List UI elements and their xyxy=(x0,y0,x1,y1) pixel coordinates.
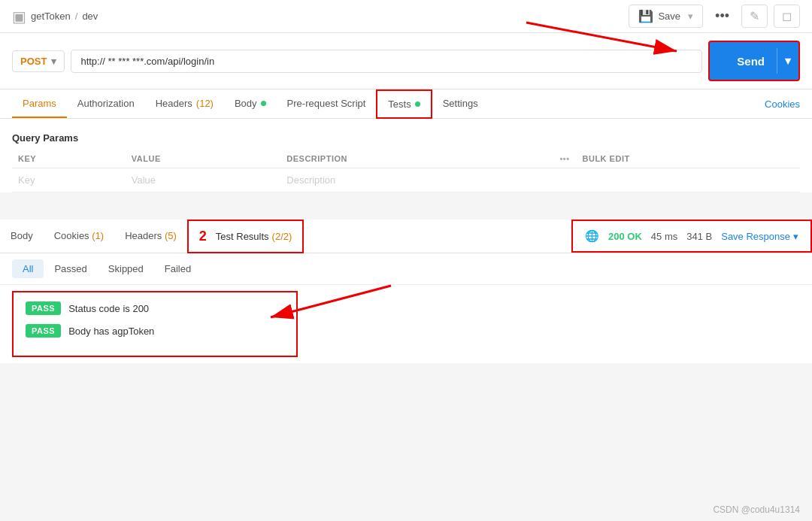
tab-cookies[interactable]: Cookies xyxy=(765,91,800,117)
more-options-button[interactable]: ••• xyxy=(709,5,735,28)
header-actions: 💾 Save ▾ ••• ✎ ◻ xyxy=(629,5,800,28)
body-dot xyxy=(261,101,266,106)
tests-dot xyxy=(415,101,420,107)
section-divider xyxy=(0,192,812,204)
url-input[interactable] xyxy=(71,50,702,73)
save-response-dropdown-icon: ▾ xyxy=(793,231,798,242)
tab-body[interactable]: Body xyxy=(224,90,277,118)
query-params-title: Query Params xyxy=(12,126,800,150)
send-button[interactable]: Send ▾ xyxy=(708,41,800,81)
app-header: ▣ getToken / dev 💾 Save ▾ ••• ✎ ◻ xyxy=(0,0,812,33)
test-item-1: PASS Status code is 200 xyxy=(26,301,284,315)
bottom-tabs-section: Body Cookies (1) Headers (5) 2 Test Resu… xyxy=(0,220,304,253)
breadcrumb: ▣ getToken / dev xyxy=(12,8,98,26)
response-time: 45 ms xyxy=(651,231,677,242)
breadcrumb-sep: / xyxy=(75,11,78,22)
test-results-box: PASS Status code is 200 PASS Body has ag… xyxy=(12,291,298,357)
send-label: Send xyxy=(725,49,777,74)
status-ok: 200 OK xyxy=(608,231,642,242)
bottom-tab-body[interactable]: Body xyxy=(0,223,44,250)
pass-badge-1: PASS xyxy=(26,301,61,315)
col-bulk-edit-header[interactable]: Bulk Edit xyxy=(577,150,800,168)
comment-button[interactable]: ◻ xyxy=(774,5,800,28)
response-size: 341 B xyxy=(686,231,712,242)
test-item-text-1: Status code is 200 xyxy=(68,303,149,314)
bottom-tab-headers[interactable]: Headers (5) xyxy=(114,223,187,250)
description-cell[interactable]: Description xyxy=(280,168,553,192)
bottom-tab-test-results[interactable]: 2 Test Results (2/2) xyxy=(187,220,304,253)
bottom-section: Body Cookies (1) Headers (5) 2 Test Resu… xyxy=(0,220,812,363)
tab-tests[interactable]: Tests xyxy=(376,89,432,119)
test-item-2: PASS Body has agpToken xyxy=(26,324,284,338)
annotation-2-label: 2 xyxy=(199,229,213,244)
tab-headers[interactable]: Headers (12) xyxy=(145,90,224,118)
save-button[interactable]: 💾 Save ▾ xyxy=(629,5,703,28)
save-response-button[interactable]: Save Response ▾ xyxy=(721,231,798,242)
filter-tab-skipped[interactable]: Skipped xyxy=(98,259,154,278)
tab-authorization[interactable]: Authorization xyxy=(67,90,145,118)
save-dropdown-icon[interactable]: ▾ xyxy=(688,11,693,22)
col-description-header: DESCRIPTION xyxy=(280,150,553,168)
table-row: Key Value Description xyxy=(12,168,800,192)
method-select[interactable]: POST ▾ xyxy=(12,50,65,72)
save-icon: 💾 xyxy=(638,9,653,23)
method-dropdown-icon: ▾ xyxy=(51,56,56,67)
test-results-list: PASS Status code is 200 PASS Body has ag… xyxy=(14,292,296,356)
send-wrapper: Send ▾ 1 xyxy=(708,41,800,81)
filter-tabs: All Passed Skipped Failed xyxy=(0,253,812,285)
globe-icon: 🌐 xyxy=(585,229,599,243)
tab-settings[interactable]: Settings xyxy=(432,90,489,118)
bottom-combined-bar: Body Cookies (1) Headers (5) 2 Test Resu… xyxy=(0,220,812,253)
filter-tab-failed[interactable]: Failed xyxy=(154,259,201,278)
request-bar: POST ▾ Send ▾ 1 xyxy=(0,33,812,89)
request-tabs-bar: Params Authorization Headers (12) Body P… xyxy=(0,89,812,119)
right-status-section: 🌐 200 OK 45 ms 341 B Save Response ▾ xyxy=(571,220,812,253)
params-table: KEY VALUE DESCRIPTION ••• Bulk Edit Key … xyxy=(12,150,800,192)
pass-badge-2: PASS xyxy=(26,324,61,338)
col-more-header: ••• xyxy=(554,150,577,168)
tab-params[interactable]: Params xyxy=(12,90,67,118)
breadcrumb-part2: dev xyxy=(82,11,98,22)
breadcrumb-part1: getToken xyxy=(31,11,71,22)
bottom-tab-cookies[interactable]: Cookies (1) xyxy=(44,223,114,250)
key-cell[interactable]: Key xyxy=(12,168,126,192)
col-key-header: KEY xyxy=(12,150,126,168)
filter-tab-passed[interactable]: Passed xyxy=(44,259,97,278)
edit-button[interactable]: ✎ xyxy=(741,5,768,28)
send-dropdown-icon[interactable]: ▾ xyxy=(777,48,798,74)
value-cell[interactable]: Value xyxy=(126,168,281,192)
tab-pre-request[interactable]: Pre-request Script xyxy=(277,90,377,118)
method-label: POST xyxy=(20,56,47,67)
filter-tab-all[interactable]: All xyxy=(12,259,44,278)
footer-text: CSDN @codu4u1314 xyxy=(713,504,800,515)
test-item-text-2: Body has agpToken xyxy=(68,326,154,337)
query-params-section: Query Params KEY VALUE DESCRIPTION ••• B… xyxy=(0,119,812,192)
col-value-header: VALUE xyxy=(126,150,281,168)
